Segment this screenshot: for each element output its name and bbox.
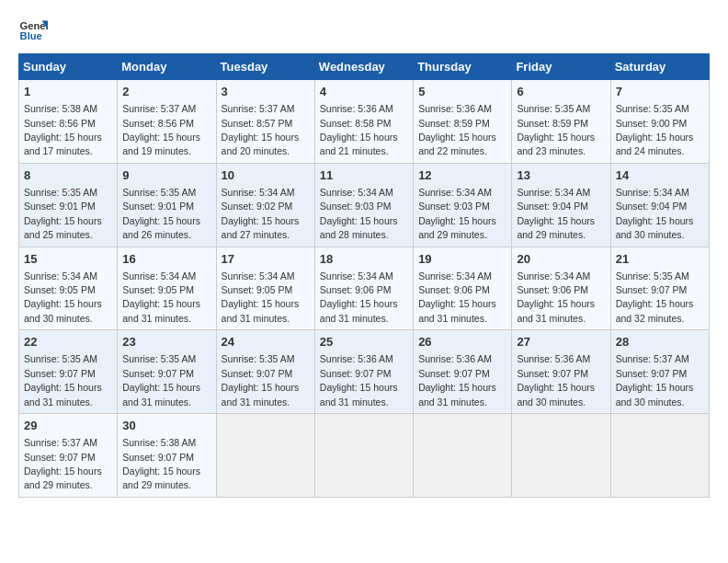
calendar-cell: 28 Sunrise: 5:37 AMSunset: 9:07 PMDaylig… [610,330,709,414]
day-info: Sunrise: 5:38 AMSunset: 8:56 PMDaylight:… [24,103,102,156]
day-number: 15 [24,251,112,268]
day-info: Sunrise: 5:34 AMSunset: 9:06 PMDaylight:… [320,270,398,324]
day-number: 6 [517,84,605,100]
day-number: 2 [122,84,210,100]
calendar-cell: 10 Sunrise: 5:34 AMSunset: 9:02 PMDaylig… [216,163,314,247]
header-monday: Monday [118,54,216,80]
logo-icon: General Blue [18,15,48,44]
calendar-row: 1 Sunrise: 5:38 AMSunset: 8:56 PMDayligh… [19,80,710,164]
calendar-cell: 3 Sunrise: 5:37 AMSunset: 8:57 PMDayligh… [216,80,314,164]
calendar-cell: 26 Sunrise: 5:36 AMSunset: 9:07 PMDaylig… [414,330,512,414]
day-info: Sunrise: 5:35 AMSunset: 8:59 PMDaylight:… [517,103,595,156]
day-number: 16 [122,251,210,268]
svg-text:Blue: Blue [20,30,42,41]
day-info: Sunrise: 5:34 AMSunset: 9:06 PMDaylight:… [418,270,496,324]
day-number: 25 [320,334,408,350]
calendar-cell: 4 Sunrise: 5:36 AMSunset: 8:58 PMDayligh… [314,80,413,164]
day-number: 3 [222,84,310,100]
day-info: Sunrise: 5:34 AMSunset: 9:05 PMDaylight:… [222,270,300,324]
calendar-cell: 19 Sunrise: 5:34 AMSunset: 9:06 PMDaylig… [414,247,512,330]
calendar-row: 22 Sunrise: 5:35 AMSunset: 9:07 PMDaylig… [19,330,710,414]
calendar-row: 15 Sunrise: 5:34 AMSunset: 9:05 PMDaylig… [19,247,710,330]
day-info: Sunrise: 5:36 AMSunset: 9:07 PMDaylight:… [418,353,496,407]
day-info: Sunrise: 5:34 AMSunset: 9:03 PMDaylight:… [320,187,398,240]
day-info: Sunrise: 5:35 AMSunset: 9:07 PMDaylight:… [122,353,200,407]
day-number: 21 [616,251,704,268]
day-info: Sunrise: 5:35 AMSunset: 9:00 PMDaylight:… [616,103,694,156]
day-info: Sunrise: 5:37 AMSunset: 9:07 PMDaylight:… [616,353,694,407]
header: General Blue [18,15,710,44]
calendar-row: 8 Sunrise: 5:35 AMSunset: 9:01 PMDayligh… [19,163,710,247]
day-number: 17 [222,251,310,268]
day-info: Sunrise: 5:34 AMSunset: 9:03 PMDaylight:… [418,187,496,240]
day-info: Sunrise: 5:34 AMSunset: 9:05 PMDaylight:… [24,270,102,324]
day-number: 9 [122,167,210,184]
day-info: Sunrise: 5:36 AMSunset: 9:07 PMDaylight:… [517,353,595,407]
calendar-cell: 2 Sunrise: 5:37 AMSunset: 8:56 PMDayligh… [118,80,216,164]
day-info: Sunrise: 5:36 AMSunset: 8:58 PMDaylight:… [320,103,398,156]
header-saturday: Saturday [610,54,709,80]
calendar-cell [216,414,314,498]
day-info: Sunrise: 5:36 AMSunset: 8:59 PMDaylight:… [418,103,496,156]
day-number: 10 [222,167,310,184]
day-number: 29 [24,418,112,434]
calendar-cell: 21 Sunrise: 5:35 AMSunset: 9:07 PMDaylig… [610,247,709,330]
calendar-cell: 30 Sunrise: 5:38 AMSunset: 9:07 PMDaylig… [118,414,216,498]
calendar-cell: 20 Sunrise: 5:34 AMSunset: 9:06 PMDaylig… [512,247,610,330]
logo: General Blue [18,15,48,44]
day-info: Sunrise: 5:37 AMSunset: 9:07 PMDaylight:… [24,437,102,490]
day-info: Sunrise: 5:35 AMSunset: 9:07 PMDaylight:… [24,353,102,407]
calendar-cell: 16 Sunrise: 5:34 AMSunset: 9:05 PMDaylig… [118,247,216,330]
day-info: Sunrise: 5:34 AMSunset: 9:06 PMDaylight:… [517,270,595,324]
calendar-cell: 17 Sunrise: 5:34 AMSunset: 9:05 PMDaylig… [216,247,314,330]
calendar-cell: 6 Sunrise: 5:35 AMSunset: 8:59 PMDayligh… [512,80,610,164]
day-number: 7 [616,84,704,100]
calendar-cell: 13 Sunrise: 5:34 AMSunset: 9:04 PMDaylig… [512,163,610,247]
calendar-cell: 9 Sunrise: 5:35 AMSunset: 9:01 PMDayligh… [118,163,216,247]
day-info: Sunrise: 5:34 AMSunset: 9:04 PMDaylight:… [616,187,694,240]
calendar-cell: 5 Sunrise: 5:36 AMSunset: 8:59 PMDayligh… [414,80,512,164]
day-number: 19 [418,251,506,268]
day-info: Sunrise: 5:34 AMSunset: 9:05 PMDaylight:… [122,270,200,324]
day-info: Sunrise: 5:34 AMSunset: 9:02 PMDaylight:… [222,187,300,240]
header-tuesday: Tuesday [216,54,314,80]
header-thursday: Thursday [414,54,512,80]
calendar-cell: 22 Sunrise: 5:35 AMSunset: 9:07 PMDaylig… [19,330,118,414]
calendar-cell [314,414,413,498]
calendar-cell [512,414,610,498]
calendar-row: 29 Sunrise: 5:37 AMSunset: 9:07 PMDaylig… [19,414,710,498]
day-info: Sunrise: 5:37 AMSunset: 8:56 PMDaylight:… [122,103,200,156]
calendar-cell: 8 Sunrise: 5:35 AMSunset: 9:01 PMDayligh… [19,163,118,247]
day-number: 14 [616,167,704,184]
day-number: 12 [418,167,506,184]
header-sunday: Sunday [19,54,118,80]
day-number: 22 [24,334,112,350]
day-info: Sunrise: 5:37 AMSunset: 8:57 PMDaylight:… [222,103,300,156]
day-number: 1 [24,84,112,100]
day-number: 5 [418,84,506,100]
calendar-cell: 14 Sunrise: 5:34 AMSunset: 9:04 PMDaylig… [610,163,709,247]
calendar-cell: 15 Sunrise: 5:34 AMSunset: 9:05 PMDaylig… [19,247,118,330]
calendar-cell [610,414,709,498]
day-info: Sunrise: 5:38 AMSunset: 9:07 PMDaylight:… [122,437,200,490]
calendar-cell: 18 Sunrise: 5:34 AMSunset: 9:06 PMDaylig… [314,247,413,330]
calendar-cell [414,414,512,498]
day-number: 23 [122,334,210,350]
calendar-cell: 1 Sunrise: 5:38 AMSunset: 8:56 PMDayligh… [19,80,118,164]
day-number: 27 [517,334,605,350]
day-number: 20 [517,251,605,268]
header-friday: Friday [512,54,610,80]
day-number: 24 [222,334,310,350]
calendar-cell: 12 Sunrise: 5:34 AMSunset: 9:03 PMDaylig… [414,163,512,247]
day-number: 8 [24,167,112,184]
day-number: 26 [418,334,506,350]
weekday-header-row: Sunday Monday Tuesday Wednesday Thursday… [19,54,710,80]
header-wednesday: Wednesday [314,54,413,80]
day-info: Sunrise: 5:35 AMSunset: 9:07 PMDaylight:… [222,353,300,407]
day-number: 30 [122,418,210,434]
day-info: Sunrise: 5:35 AMSunset: 9:01 PMDaylight:… [122,187,200,240]
day-number: 4 [320,84,408,100]
calendar-cell: 23 Sunrise: 5:35 AMSunset: 9:07 PMDaylig… [118,330,216,414]
day-info: Sunrise: 5:34 AMSunset: 9:04 PMDaylight:… [517,187,595,240]
day-number: 13 [517,167,605,184]
